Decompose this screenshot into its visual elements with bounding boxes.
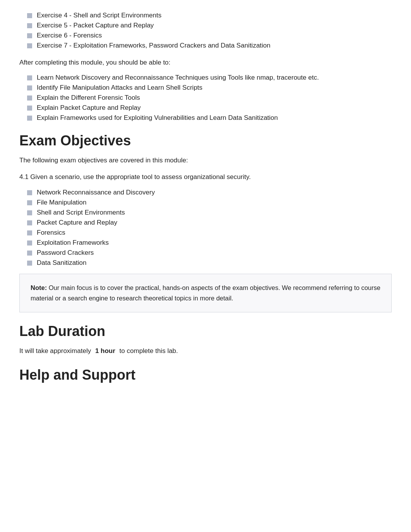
help-support-heading: Help and Support <box>19 367 392 383</box>
note-box: Note: Our main focus is to cover the pra… <box>19 274 392 312</box>
list-item-text: File Manipulation <box>37 199 87 206</box>
list-item-text: Explain Packet Capture and Replay <box>37 104 140 112</box>
bullet-icon <box>27 85 32 90</box>
after-completing-list: Learn Network Discovery and Reconnaissan… <box>19 74 392 122</box>
list-item: Data Sanitization <box>19 259 392 267</box>
list-item-text: Learn Network Discovery and Reconnaissan… <box>37 74 319 82</box>
list-item-text: Identify File Manipulation Attacks and L… <box>37 84 202 92</box>
objective-line: 4.1 Given a scenario, use the appropriat… <box>19 172 392 182</box>
list-item: Forensics <box>19 229 392 237</box>
list-item-text: Explain Frameworks used for Exploiting V… <box>37 114 278 122</box>
list-item: Password Crackers <box>19 249 392 257</box>
list-item-text: Shell and Script Environments <box>37 209 125 217</box>
lab-duration-text: It will take approximately 1 hour to com… <box>19 346 392 356</box>
bullet-icon <box>27 200 32 205</box>
bullet-icon <box>27 95 32 101</box>
list-item-text: Exercise 7 - Exploitation Frameworks, Pa… <box>37 42 271 49</box>
list-item-text: Data Sanitization <box>37 259 87 267</box>
bullet-icon <box>27 251 32 256</box>
list-item-text: Exercise 4 - Shell and Script Environmen… <box>37 12 161 19</box>
duration-intro-after: to complete this lab. <box>120 347 178 355</box>
exam-objectives-heading: Exam Objectives <box>19 133 392 149</box>
list-item: Exercise 7 - Exploitation Frameworks, Pa… <box>19 42 392 49</box>
note-text: Our main focus is to cover the practical… <box>31 284 380 302</box>
bullet-icon <box>27 33 32 38</box>
exam-objectives-intro: The following exam objectives are covere… <box>19 155 392 165</box>
list-item-text: Network Reconnaissance and Discovery <box>37 189 155 196</box>
note-label: Note: <box>31 284 47 291</box>
list-item: Explain the Different Forensic Tools <box>19 94 392 102</box>
list-item: Identify File Manipulation Attacks and L… <box>19 84 392 92</box>
bullet-icon <box>27 43 32 48</box>
list-item: Exercise 4 - Shell and Script Environmen… <box>19 12 392 19</box>
list-item-text: Exercise 6 - Forensics <box>37 32 102 39</box>
list-item: Exercise 5 - Packet Capture and Replay <box>19 22 392 29</box>
list-item: Packet Capture and Replay <box>19 219 392 227</box>
exercises-list: Exercise 4 - Shell and Script Environmen… <box>19 12 392 49</box>
bullet-icon <box>27 220 32 225</box>
list-item-text: Explain the Different Forensic Tools <box>37 94 140 102</box>
bullet-icon <box>27 23 32 28</box>
list-item-text: Exploitation Frameworks <box>37 239 109 247</box>
list-item-text: Forensics <box>37 229 65 237</box>
list-item: Explain Packet Capture and Replay <box>19 104 392 112</box>
bullet-icon <box>27 210 32 215</box>
bullet-icon <box>27 106 32 111</box>
list-item: Network Reconnaissance and Discovery <box>19 189 392 196</box>
duration-intro-before: It will take approximately <box>19 347 91 355</box>
list-item: File Manipulation <box>19 199 392 206</box>
list-item-text: Password Crackers <box>37 249 94 257</box>
bullet-icon <box>27 190 32 195</box>
exam-objectives-list: Network Reconnaissance and DiscoveryFile… <box>19 189 392 267</box>
list-item: Exercise 6 - Forensics <box>19 32 392 39</box>
list-item-text: Packet Capture and Replay <box>37 219 117 227</box>
list-item-text: Exercise 5 - Packet Capture and Replay <box>37 22 154 29</box>
list-item: Learn Network Discovery and Reconnaissan… <box>19 74 392 82</box>
bullet-icon <box>27 75 32 80</box>
list-item: Explain Frameworks used for Exploiting V… <box>19 114 392 122</box>
after-completing-intro: After completing this module, you should… <box>19 57 392 68</box>
bullet-icon <box>27 240 32 246</box>
bullet-icon <box>27 261 32 266</box>
list-item: Exploitation Frameworks <box>19 239 392 247</box>
duration-value: 1 hour <box>95 347 115 355</box>
list-item: Shell and Script Environments <box>19 209 392 217</box>
lab-duration-heading: Lab Duration <box>19 323 392 339</box>
bullet-icon <box>27 230 32 235</box>
bullet-icon <box>27 13 32 18</box>
bullet-icon <box>27 116 32 121</box>
